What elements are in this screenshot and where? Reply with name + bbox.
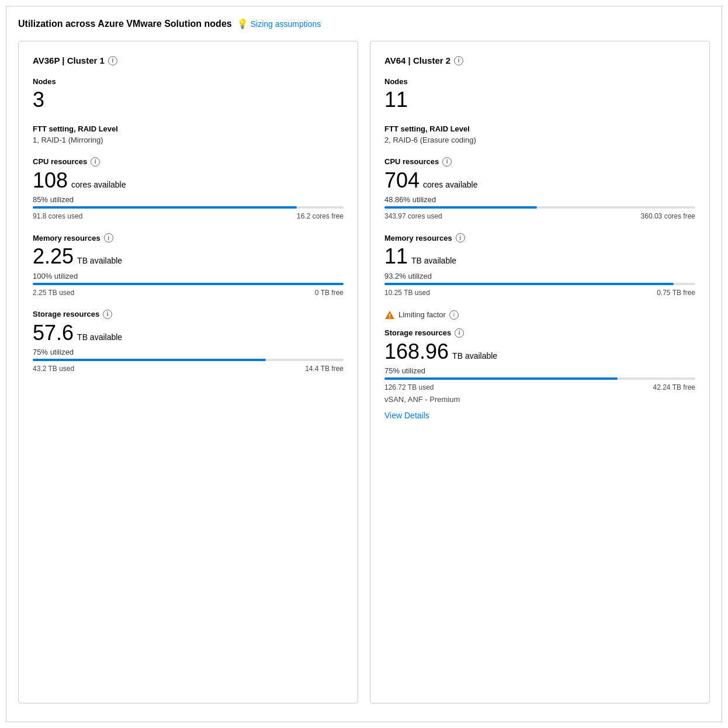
cluster1-storage-usage-row: 43.2 TB used 14.4 TB free — [33, 365, 344, 373]
cluster2-memory-info-icon[interactable]: i — [456, 233, 465, 242]
cluster2-cpu-progress-fill — [384, 206, 537, 209]
cluster1-storage-used: 43.2 TB used — [33, 365, 74, 373]
cluster1-storage-progress-bg — [33, 359, 344, 361]
cluster1-storage-label: Storage resources i — [33, 310, 344, 319]
cluster1-cpu-info-icon[interactable]: i — [91, 157, 100, 167]
cluster2-storage-label: Storage resources i — [384, 328, 695, 338]
cluster1-memory-info-icon[interactable]: i — [104, 233, 113, 242]
cluster1-nodes-value: 3 — [33, 88, 344, 112]
cluster2-storage-section: Storage resources i 168.96 TB available … — [384, 328, 695, 421]
cluster2-memory-progress-bg — [384, 283, 695, 285]
cluster1-ftt-value: 1, RAID-1 (Mirroring) — [33, 136, 344, 144]
cluster1-cpu-utilized: 85% utilized — [33, 195, 344, 204]
page-container: Utilization across Azure VMware Solution… — [6, 6, 722, 722]
cluster1-cpu-free: 16.2 cores free — [297, 212, 344, 220]
cluster1-title: AV36P | Cluster 1 i — [33, 56, 344, 65]
cluster1-card: AV36P | Cluster 1 i Nodes 3 FTT setting,… — [18, 41, 358, 703]
cluster1-storage-free: 14.4 TB free — [305, 365, 344, 373]
sizing-assumptions-link[interactable]: 💡 Sizing assumptions — [237, 18, 321, 29]
cluster2-storage-note: vSAN, ANF - Premium — [384, 395, 695, 404]
cluster2-memory-used: 10.25 TB used — [384, 289, 430, 297]
cluster2-cpu-progress-bg — [384, 206, 695, 209]
cluster1-memory-progress-bg — [33, 283, 344, 285]
limiting-factor-row: ! Limiting factor i — [384, 310, 695, 320]
cluster1-memory-label: Memory resources i — [33, 233, 344, 242]
svg-text:!: ! — [389, 313, 390, 319]
page-header: Utilization across Azure VMware Solution… — [18, 18, 710, 29]
cluster2-cpu-usage-row: 343.97 cores used 360.03 cores free — [384, 212, 695, 220]
cluster1-info-icon[interactable]: i — [108, 56, 117, 65]
cluster2-memory-section: Memory resources i 11 TB available 93.2%… — [384, 233, 695, 297]
lightbulb-icon: 💡 — [237, 18, 248, 29]
cluster1-cpu-label: CPU resources i — [33, 157, 344, 167]
cluster1-cpu-used: 91.8 cores used — [33, 212, 82, 220]
cluster2-memory-label: Memory resources i — [384, 233, 695, 242]
cluster2-storage-info-icon[interactable]: i — [455, 328, 464, 338]
cluster2-cpu-info-icon[interactable]: i — [442, 157, 452, 167]
cluster2-storage-utilized: 75% utilized — [384, 366, 695, 375]
cluster2-storage-used: 126.72 TB used — [384, 383, 434, 391]
cluster1-cpu-progress-bg — [33, 206, 344, 209]
cluster1-memory-usage-row: 2.25 TB used 0 TB free — [33, 289, 344, 297]
cluster2-cpu-utilized: 48.86% utilized — [384, 195, 695, 204]
cluster1-storage-section: Storage resources i 57.6 TB available 75… — [33, 310, 344, 373]
cluster1-cpu-usage-row: 91.8 cores used 16.2 cores free — [33, 212, 344, 220]
cluster1-ftt-label: FTT setting, RAID Level — [33, 124, 344, 133]
cluster2-title: AV64 | Cluster 2 i — [384, 56, 695, 65]
cluster1-memory-big: 2.25 TB available — [33, 245, 344, 268]
cluster2-storage-free: 42.24 TB free — [653, 383, 696, 391]
cluster1-memory-used: 2.25 TB used — [33, 289, 74, 297]
cluster2-info-icon[interactable]: i — [454, 56, 463, 65]
cluster2-cpu-big: 704 cores available — [384, 169, 695, 192]
cards-container: AV36P | Cluster 1 i Nodes 3 FTT setting,… — [18, 41, 710, 703]
cluster2-storage-progress-fill — [384, 377, 618, 380]
cluster2-memory-utilized: 93.2% utilized — [384, 272, 695, 280]
cluster1-ftt-section: FTT setting, RAID Level 1, RAID-1 (Mirro… — [33, 124, 344, 144]
cluster2-memory-free: 0.75 TB free — [657, 289, 695, 297]
page-title: Utilization across Azure VMware Solution… — [18, 19, 232, 29]
cluster1-storage-info-icon[interactable]: i — [103, 310, 112, 319]
cluster2-cpu-section: CPU resources i 704 cores available 48.8… — [384, 157, 695, 221]
cluster1-cpu-progress-fill — [33, 206, 297, 209]
cluster2-nodes-label: Nodes — [384, 77, 695, 86]
cluster2-ftt-value: 2, RAID-6 (Erasure coding) — [384, 136, 695, 144]
warning-icon: ! — [384, 310, 395, 320]
cluster2-memory-progress-fill — [384, 283, 674, 285]
cluster2-storage-usage-row: 126.72 TB used 42.24 TB free — [384, 383, 695, 391]
cluster1-memory-section: Memory resources i 2.25 TB available 100… — [33, 233, 344, 297]
cluster1-storage-big: 57.6 TB available — [33, 321, 344, 345]
cluster1-cpu-section: CPU resources i 108 cores available 85% … — [33, 157, 344, 221]
cluster1-nodes-label: Nodes — [33, 77, 344, 86]
cluster1-cpu-big: 108 cores available — [33, 169, 344, 192]
cluster2-cpu-label: CPU resources i — [384, 157, 695, 167]
limiting-factor-label: Limiting factor — [398, 310, 446, 319]
cluster1-memory-free: 0 TB free — [315, 289, 344, 297]
cluster2-memory-big: 11 TB available — [384, 245, 695, 268]
cluster1-storage-utilized: 75% utilized — [33, 348, 344, 356]
cluster1-memory-progress-fill — [33, 283, 344, 285]
cluster2-nodes-value: 11 — [384, 88, 695, 112]
cluster2-storage-progress-bg — [384, 377, 695, 380]
cluster2-card: AV64 | Cluster 2 i Nodes 11 FTT setting,… — [370, 41, 710, 703]
cluster1-nodes-section: Nodes 3 — [33, 77, 344, 112]
cluster2-ftt-label: FTT setting, RAID Level — [384, 124, 695, 133]
cluster2-nodes-section: Nodes 11 — [384, 77, 695, 112]
cluster2-storage-big: 168.96 TB available — [384, 340, 695, 363]
cluster2-ftt-section: FTT setting, RAID Level 2, RAID-6 (Erasu… — [384, 124, 695, 144]
limiting-factor-info-icon[interactable]: i — [449, 310, 459, 320]
cluster1-storage-progress-fill — [33, 359, 266, 361]
cluster2-memory-usage-row: 10.25 TB used 0.75 TB free — [384, 289, 695, 297]
view-details-link[interactable]: View Details — [384, 411, 429, 420]
cluster2-cpu-used: 343.97 cores used — [384, 212, 442, 220]
cluster2-cpu-free: 360.03 cores free — [641, 212, 695, 220]
cluster1-memory-utilized: 100% utilized — [33, 272, 344, 280]
sizing-link-text: Sizing assumptions — [251, 19, 321, 29]
